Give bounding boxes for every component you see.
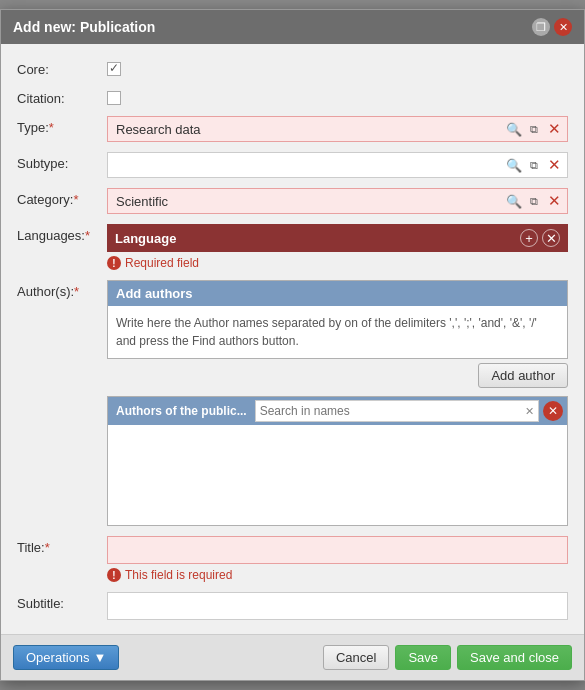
- add-publication-dialog: Add new: Publication ❐ ✕ Core: Citation:…: [0, 9, 585, 681]
- citation-checkbox[interactable]: [107, 91, 121, 105]
- category-field: Scientific 🔍 ⧉ ✕: [107, 188, 568, 214]
- category-clear-icon[interactable]: ✕: [545, 192, 563, 210]
- authors-control: Add authors Write here the Author names …: [107, 280, 568, 526]
- save-button[interactable]: Save: [395, 645, 451, 670]
- titlebar-controls: ❐ ✕: [532, 18, 572, 36]
- title-control: ! This field is required: [107, 536, 568, 582]
- title-input[interactable]: [107, 536, 568, 564]
- type-open-icon[interactable]: ⧉: [525, 120, 543, 138]
- save-and-close-button[interactable]: Save and close: [457, 645, 572, 670]
- language-header: Language + ✕: [107, 224, 568, 252]
- subtitle-control: [107, 592, 568, 620]
- languages-row: Languages:* Language + ✕ ! Required fiel…: [17, 224, 568, 270]
- subtype-clear-icon[interactable]: ✕: [545, 156, 563, 174]
- category-icons: 🔍 ⧉ ✕: [505, 192, 563, 210]
- subtype-search-icon[interactable]: 🔍: [505, 156, 523, 174]
- subtype-open-icon[interactable]: ⧉: [525, 156, 543, 174]
- category-search-icon[interactable]: 🔍: [505, 192, 523, 210]
- add-authors-header: Add authors: [108, 281, 567, 306]
- cancel-button[interactable]: Cancel: [323, 645, 389, 670]
- title-required-msg: ! This field is required: [107, 568, 568, 582]
- dialog-titlebar: Add new: Publication ❐ ✕: [1, 10, 584, 44]
- authors-close-icon[interactable]: ✕: [543, 401, 563, 421]
- add-authors-placeholder: Write here the Author names separated by…: [116, 316, 537, 348]
- subtype-field: 🔍 ⧉ ✕: [107, 152, 568, 178]
- citation-label: Citation:: [17, 87, 107, 106]
- category-row: Category:* Scientific 🔍 ⧉ ✕: [17, 188, 568, 214]
- add-authors-section: Add authors Write here the Author names …: [107, 280, 568, 359]
- search-names-input[interactable]: [260, 404, 525, 418]
- required-field-text: Required field: [125, 256, 199, 270]
- language-add-icon[interactable]: +: [520, 229, 538, 247]
- category-value: Scientific: [112, 194, 505, 209]
- authors-table-body: [108, 425, 567, 525]
- authors-row: Author(s):* Add authors Write here the A…: [17, 280, 568, 526]
- restore-button[interactable]: ❐: [532, 18, 550, 36]
- search-field[interactable]: ✕: [255, 400, 539, 422]
- footer-right: Cancel Save Save and close: [323, 645, 572, 670]
- core-checkbox-wrap: [107, 58, 568, 76]
- required-exclamation-icon: !: [107, 256, 121, 270]
- languages-label: Languages:*: [17, 224, 107, 243]
- type-icons: 🔍 ⧉ ✕: [505, 120, 563, 138]
- dialog-body: Core: Citation: Type:* Research data 🔍: [1, 44, 584, 634]
- type-row: Type:* Research data 🔍 ⧉ ✕: [17, 116, 568, 142]
- operations-label: Operations: [26, 650, 90, 665]
- type-clear-icon[interactable]: ✕: [545, 120, 563, 138]
- title-required-icon: !: [107, 568, 121, 582]
- type-control: Research data 🔍 ⧉ ✕: [107, 116, 568, 142]
- dialog-title: Add new: Publication: [13, 19, 155, 35]
- authors-search-header: Authors of the public... ✕ ✕: [108, 397, 567, 425]
- dialog-footer: Operations ▼ Cancel Save Save and close: [1, 634, 584, 680]
- subtitle-label: Subtitle:: [17, 592, 107, 611]
- core-label: Core:: [17, 58, 107, 77]
- title-required-text: This field is required: [125, 568, 232, 582]
- citation-row: Citation:: [17, 87, 568, 106]
- subtitle-input[interactable]: [107, 592, 568, 620]
- category-control: Scientific 🔍 ⧉ ✕: [107, 188, 568, 214]
- type-search-icon[interactable]: 🔍: [505, 120, 523, 138]
- title-row: Title:* ! This field is required: [17, 536, 568, 582]
- operations-button[interactable]: Operations ▼: [13, 645, 119, 670]
- citation-checkbox-wrap: [107, 87, 568, 105]
- authors-label: Author(s):*: [17, 280, 107, 299]
- add-author-btn-row: Add author: [107, 359, 568, 392]
- add-author-button[interactable]: Add author: [478, 363, 568, 388]
- category-open-icon[interactable]: ⧉: [525, 192, 543, 210]
- languages-control: Language + ✕ ! Required field: [107, 224, 568, 270]
- type-label: Type:*: [17, 116, 107, 135]
- subtype-icons: 🔍 ⧉ ✕: [505, 156, 563, 174]
- type-field: Research data 🔍 ⧉ ✕: [107, 116, 568, 142]
- close-button[interactable]: ✕: [554, 18, 572, 36]
- operations-arrow-icon: ▼: [94, 650, 107, 665]
- authors-search-section: Authors of the public... ✕ ✕: [107, 396, 568, 526]
- subtype-control: 🔍 ⧉ ✕: [107, 152, 568, 178]
- language-header-icons: + ✕: [520, 229, 560, 247]
- authors-table-label: Authors of the public...: [108, 399, 255, 423]
- core-checkbox[interactable]: [107, 62, 121, 76]
- search-clear-icon[interactable]: ✕: [525, 405, 534, 418]
- language-header-label: Language: [115, 231, 176, 246]
- language-close-icon[interactable]: ✕: [542, 229, 560, 247]
- title-label: Title:*: [17, 536, 107, 555]
- type-value: Research data: [112, 122, 505, 137]
- core-row: Core:: [17, 58, 568, 77]
- subtype-row: Subtype: 🔍 ⧉ ✕: [17, 152, 568, 178]
- subtitle-row: Subtitle:: [17, 592, 568, 620]
- subtype-label: Subtype:: [17, 152, 107, 171]
- add-authors-body[interactable]: Write here the Author names separated by…: [108, 306, 567, 358]
- category-label: Category:*: [17, 188, 107, 207]
- language-required-msg: ! Required field: [107, 256, 568, 270]
